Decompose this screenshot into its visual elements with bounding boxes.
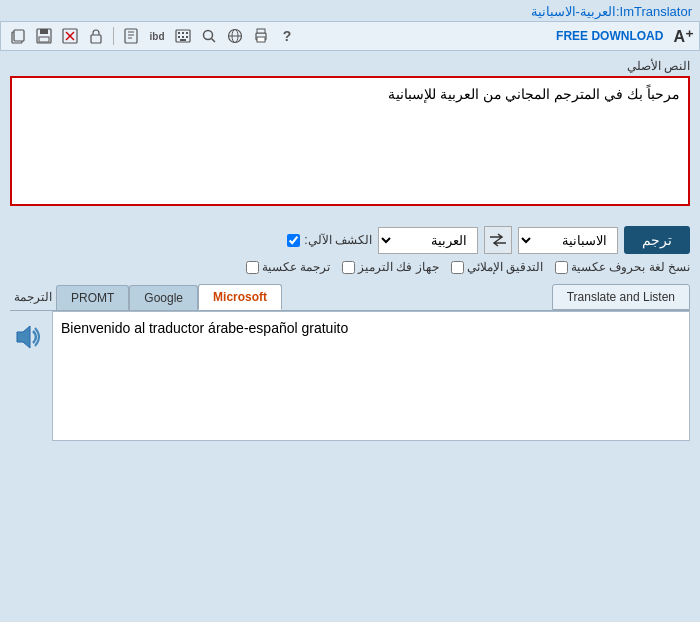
ibd-icon[interactable]: ibd — [146, 25, 168, 47]
book-icon[interactable] — [120, 25, 142, 47]
target-lang-select[interactable]: الاسبانية الإنجليزية الفرنسية العربية — [518, 227, 618, 254]
translation-textarea[interactable] — [52, 311, 690, 441]
font-size-button[interactable]: A⁺ — [673, 27, 693, 46]
header-bar: ImTranslator:العربية-الاسبانية — [0, 0, 700, 21]
translate-button[interactable]: ترجم — [624, 226, 690, 254]
toolbar: ibd ? FREE DOWNLOAD A⁺ — [0, 21, 700, 51]
auto-detect-checkbox[interactable] — [287, 234, 300, 247]
back-translation-checkbox-label[interactable]: ترجمة عكسية — [246, 260, 330, 274]
back-translation-label: ترجمة عكسية — [262, 260, 330, 274]
toolbar-icons: ibd ? — [7, 25, 298, 47]
translation-area-wrapper — [10, 311, 690, 441]
main-area: النص الأصلي ترجم الاسبانية الإنجليزية ال… — [0, 51, 700, 449]
translation-section: الترجمة PROMT Google Microsoft Translate… — [10, 284, 690, 441]
tabs-container: PROMT Google Microsoft — [56, 284, 282, 310]
translation-label: الترجمة — [10, 285, 56, 309]
speaker-button[interactable] — [10, 319, 46, 355]
globe-icon[interactable] — [224, 25, 246, 47]
auto-detect-label[interactable]: الكشف الآلي: — [287, 233, 372, 247]
svg-rect-20 — [180, 39, 186, 41]
source-label: النص الأصلي — [10, 59, 690, 73]
clear-icon[interactable] — [59, 25, 81, 47]
tabs-row: الترجمة PROMT Google Microsoft Translate… — [10, 284, 690, 311]
spellcheck-label: التدقيق الإملائي — [467, 260, 543, 274]
svg-rect-16 — [186, 32, 188, 34]
swap-languages-button[interactable] — [484, 226, 512, 254]
print-icon[interactable] — [250, 25, 272, 47]
svg-line-22 — [212, 39, 216, 43]
copy-icon[interactable] — [7, 25, 29, 47]
svg-rect-28 — [257, 37, 265, 42]
tab-promt[interactable]: PROMT — [56, 285, 129, 310]
keyboard-icon[interactable] — [172, 25, 194, 47]
controls-row2: نسخ لغة بحروف عكسية التدقيق الإملائي جها… — [10, 260, 690, 274]
svg-rect-9 — [125, 29, 137, 43]
svg-rect-27 — [257, 29, 265, 33]
header-title: ImTranslator:العربية-الاسبانية — [531, 4, 692, 19]
reverse-transliteration-checkbox-label[interactable]: نسخ لغة بحروف عكسية — [555, 260, 690, 274]
spellcheck-checkbox[interactable] — [451, 261, 464, 274]
transliteration-checkbox-label[interactable]: جهاز فك الترميز — [342, 260, 439, 274]
translate-and-listen-button[interactable]: Translate and Listen — [552, 284, 690, 310]
svg-rect-8 — [91, 35, 101, 43]
svg-marker-29 — [17, 326, 30, 348]
transliteration-label: جهاز فك الترميز — [358, 260, 439, 274]
svg-rect-14 — [178, 32, 180, 34]
tab-microsoft[interactable]: Microsoft — [198, 284, 282, 310]
controls-bar: ترجم الاسبانية الإنجليزية الفرنسية العرب… — [10, 220, 690, 280]
transliteration-checkbox[interactable] — [342, 261, 355, 274]
save-icon[interactable] — [33, 25, 55, 47]
spellcheck-checkbox-label[interactable]: التدقيق الإملائي — [451, 260, 543, 274]
toolbar-right: FREE DOWNLOAD A⁺ — [556, 27, 693, 46]
back-translation-checkbox[interactable] — [246, 261, 259, 274]
source-lang-select[interactable]: العربية الإنجليزية الفرنسية الاسبانية — [378, 227, 478, 254]
separator1 — [113, 27, 114, 45]
svg-rect-17 — [178, 36, 180, 38]
svg-rect-18 — [182, 36, 184, 38]
svg-point-21 — [204, 31, 213, 40]
svg-rect-1 — [14, 30, 24, 41]
controls-row1: ترجم الاسبانية الإنجليزية الفرنسية العرب… — [10, 226, 690, 254]
svg-rect-3 — [40, 29, 48, 34]
source-section: النص الأصلي — [10, 59, 690, 210]
tab-google[interactable]: Google — [129, 285, 198, 310]
auto-detect-text: الكشف الآلي: — [304, 233, 372, 247]
source-textarea[interactable] — [10, 76, 690, 206]
lock-icon[interactable] — [85, 25, 107, 47]
help-icon[interactable]: ? — [276, 25, 298, 47]
reverse-transliteration-checkbox[interactable] — [555, 261, 568, 274]
free-download-link[interactable]: FREE DOWNLOAD — [556, 29, 663, 43]
reverse-transliteration-label: نسخ لغة بحروف عكسية — [571, 260, 690, 274]
svg-rect-19 — [186, 36, 188, 38]
svg-rect-15 — [182, 32, 184, 34]
search-icon[interactable] — [198, 25, 220, 47]
